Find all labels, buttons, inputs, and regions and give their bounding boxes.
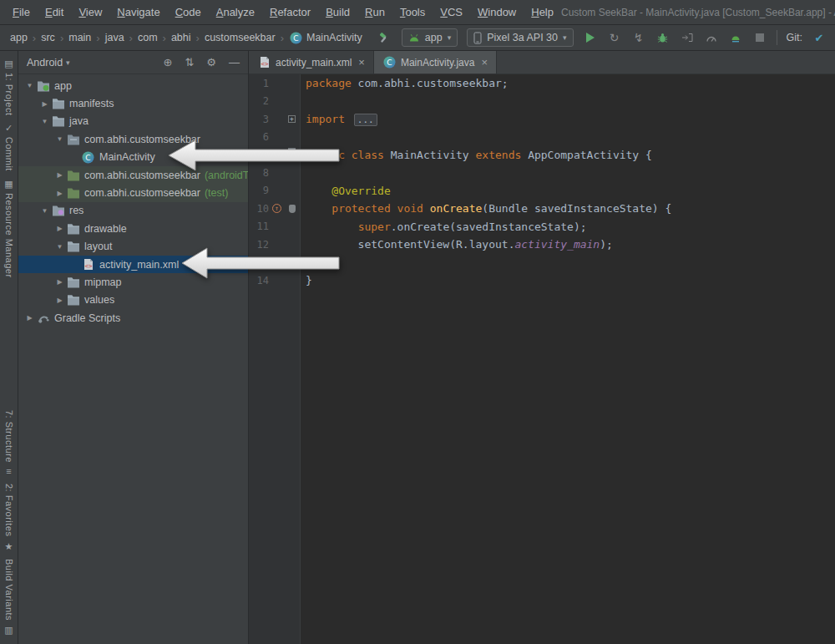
tree-expanded-arrow-icon[interactable]: ▼ [38, 207, 51, 215]
stripe-commit[interactable]: ✓Commit [0, 123, 18, 171]
tree-item-gradle-scripts[interactable]: ▶Gradle Scripts [18, 309, 248, 327]
tree-collapsed-arrow-icon[interactable]: ▶ [53, 225, 66, 232]
menu-file[interactable]: File [5, 3, 38, 21]
tab-activity-main-xml[interactable]: <>activity_main.xml× [249, 51, 374, 74]
hide-panel-icon[interactable]: — [229, 56, 240, 68]
git-label: Git: [787, 32, 802, 43]
gutter-line[interactable]: 9 [249, 182, 300, 200]
tree-collapsed-arrow-icon[interactable]: ▶ [23, 314, 36, 322]
tree-item-values[interactable]: ▶values [18, 292, 248, 309]
menu-build[interactable]: Build [318, 3, 357, 21]
tree-collapsed-arrow-icon[interactable]: ▶ [53, 297, 66, 304]
run-button[interactable] [583, 30, 598, 45]
code-line[interactable]: @Override [306, 182, 835, 200]
class-icon: C [382, 56, 397, 69]
code-line[interactable] [306, 128, 835, 145]
menu-vcs[interactable]: VCS [433, 3, 470, 21]
breadcrumb-mainactivity[interactable]: CMainActivity [287, 29, 364, 46]
locate-file-icon[interactable]: ⊕ [164, 56, 173, 68]
tree-expanded-arrow-icon[interactable]: ▼ [23, 82, 36, 89]
code-line[interactable]: protected void onCreate(Bundle savedInst… [306, 200, 835, 217]
code-line[interactable]: public class MainActivity extends AppCom… [306, 146, 835, 164]
gutter-line[interactable]: 10↑ [249, 200, 300, 217]
menu-window[interactable]: Window [470, 3, 524, 21]
apply-changes-button[interactable]: ↯ [631, 30, 646, 45]
build-hammer-icon[interactable] [377, 30, 392, 45]
tree-item-res[interactable]: ▼res [18, 202, 248, 220]
code-token: extends [476, 149, 529, 161]
attach-debugger-button[interactable] [680, 30, 695, 45]
profiler-button[interactable] [704, 30, 719, 45]
gutter-fold [285, 205, 299, 213]
code-line[interactable]: import ... [306, 110, 835, 128]
breadcrumb-src[interactable]: src [39, 30, 57, 45]
menu-tools[interactable]: Tools [392, 3, 433, 21]
fold-expand-icon[interactable]: + [288, 115, 296, 123]
breadcrumb-customseekbar[interactable]: customseekbar [203, 30, 277, 45]
code-line[interactable]: } [306, 253, 835, 271]
code-line[interactable]: setContentView(R.layout.activity_main); [306, 236, 835, 253]
stripe-1-project[interactable]: ▤1: Project [0, 58, 18, 115]
code-line[interactable] [306, 164, 835, 181]
menu-refactor[interactable]: Refactor [262, 3, 318, 21]
stripe-build-variants[interactable]: Build Variants▥ [0, 559, 18, 635]
tree-item-app[interactable]: ▼app [18, 77, 248, 94]
chevron-right-icon: › [281, 32, 284, 44]
folder-icon [66, 222, 80, 236]
tree-expanded-arrow-icon[interactable]: ▼ [38, 118, 51, 125]
menu-navigate[interactable]: Navigate [109, 3, 167, 21]
tree-item-manifests[interactable]: ▶manifests [18, 94, 248, 112]
tree-collapsed-arrow-icon[interactable]: ▶ [38, 100, 51, 108]
git-update-button[interactable]: ✔ [812, 30, 827, 45]
menu-help[interactable]: Help [524, 3, 561, 21]
collapse-all-icon[interactable]: ⇅ [185, 56, 194, 68]
project-view-selector[interactable]: Android [27, 57, 63, 68]
code-content[interactable]: package com.abhi.customseekbar;import ..… [301, 74, 835, 644]
menu-run[interactable]: Run [357, 3, 392, 21]
close-icon[interactable]: × [358, 56, 365, 68]
favorites-icon: ★ [5, 541, 13, 551]
menu-view[interactable]: View [71, 3, 109, 21]
menu-analyze[interactable]: Analyze [209, 3, 262, 21]
override-method-icon[interactable]: ↑ [272, 204, 281, 213]
stripe-resource-manager[interactable]: ▦Resource Manager [0, 179, 18, 278]
tab-mainactivity-java[interactable]: CMainActivity.java× [374, 51, 497, 74]
device-select[interactable]: Pixel 3a API 30 ▾ [467, 28, 573, 47]
stripe-2-favorites[interactable]: 2: Favorites★ [0, 484, 18, 550]
android-profiler-button[interactable] [728, 30, 743, 45]
tree-item-com-abhi-customseekbar-test[interactable]: ▶com.abhi.customseekbar(test) [18, 184, 248, 201]
gutter-line[interactable]: 1 [249, 74, 300, 92]
layout-file-icon: <> [257, 56, 271, 69]
tree-collapsed-arrow-icon[interactable]: ▶ [53, 190, 66, 197]
tree-expanded-arrow-icon[interactable]: ▼ [53, 243, 66, 251]
close-icon[interactable]: × [481, 56, 488, 68]
breadcrumb-java[interactable]: java [104, 30, 126, 45]
gutter-line[interactable]: 2 [249, 92, 300, 109]
tree-collapsed-arrow-icon[interactable]: ▶ [53, 278, 66, 286]
breadcrumb-main[interactable]: main [67, 30, 93, 45]
breadcrumb-com[interactable]: com [136, 30, 159, 45]
tree-item-drawable[interactable]: ▶drawable [18, 220, 248, 237]
breadcrumb-app[interactable]: app [8, 30, 29, 45]
stop-button[interactable] [752, 30, 767, 45]
code-line[interactable]: } [306, 271, 835, 289]
stripe-7-structure[interactable]: 7: Structure≡ [0, 410, 18, 477]
tree-collapsed-arrow-icon[interactable]: ▶ [53, 171, 66, 179]
breadcrumb-abhi[interactable]: abhi [170, 30, 193, 45]
gutter-line[interactable]: 11 [249, 218, 300, 236]
gear-icon[interactable]: ⚙ [206, 56, 216, 68]
rerun-button[interactable]: ↻ [607, 30, 622, 45]
gutter-line[interactable]: 3+ [249, 110, 300, 128]
stripe-label: 2: Favorites [4, 484, 14, 536]
project-panel-header: Android ▾ ⊕ ⇅ ⚙ — [18, 51, 248, 74]
code-line[interactable] [306, 92, 835, 109]
tree-expanded-arrow-icon[interactable]: ▼ [53, 135, 66, 143]
code-line[interactable]: package com.abhi.customseekbar; [306, 74, 835, 92]
line-number: 10 [249, 203, 269, 215]
code-line[interactable]: super.onCreate(savedInstanceState); [306, 218, 835, 236]
menu-edit[interactable]: Edit [38, 3, 71, 21]
debug-button[interactable] [655, 30, 671, 45]
tree-item-java[interactable]: ▼java [18, 113, 248, 130]
menu-code[interactable]: Code [168, 3, 209, 21]
run-configuration-select[interactable]: app ▾ [402, 28, 458, 47]
